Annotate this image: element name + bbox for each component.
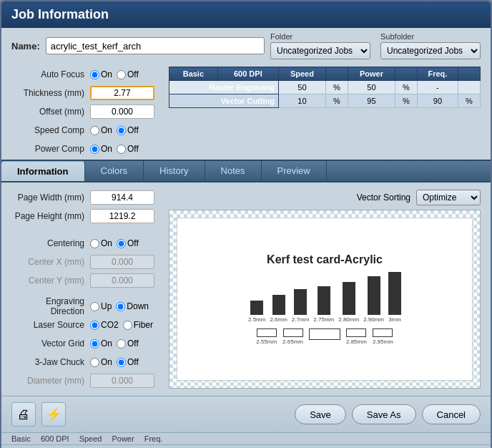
name-input[interactable] [46,37,265,54]
vector-grid-on-radio[interactable] [90,339,99,349]
vector-sort-select[interactable]: Optimize [416,190,481,205]
subfolder-label: Subfolder [380,32,481,41]
bar-item-2: 2.7mm [292,289,309,323]
preview-title: Kerf test card-Acrylic [267,253,383,266]
preview-rects: 2.55mm 2.65mm 2.85mm [256,328,393,345]
laser-fiber-radio[interactable] [123,321,132,330]
raster-row: Raster Engraving 50 % 50 % - [169,81,481,94]
cancel-button[interactable]: Cancel [422,404,481,424]
engraving-up-label[interactable]: Up [90,301,112,311]
centering-on-radio[interactable] [90,239,99,248]
centering-on-label[interactable]: On [90,238,112,248]
centering-off-radio[interactable] [117,239,126,248]
power-comp-off-label[interactable]: Off [117,144,139,154]
speed-comp-on-radio[interactable] [90,126,99,135]
centering-radio-group: On Off [90,238,139,248]
speed-comp-radio-group: On Off [90,125,139,135]
page-height-input[interactable] [90,209,154,223]
vector-speed-pct: % [325,94,348,108]
th-power-pct [395,67,417,81]
vector-grid-row: Vector Grid On Off [11,336,162,351]
laser-co2-label[interactable]: CO2 [90,320,119,330]
raster-freq-pct [458,81,480,94]
th-speed-pct [325,67,348,81]
vector-grid-label: Vector Grid [11,339,90,349]
power-comp-off-radio[interactable] [117,145,126,154]
jaw-chuck-off-label[interactable]: Off [117,357,139,367]
power-comp-on-label[interactable]: On [90,144,112,154]
vector-grid-off-label[interactable]: Off [117,339,139,349]
bar-item-5: 2.90mm [363,276,384,323]
bar-rect-1 [272,295,285,315]
tab-notes[interactable]: Notes [205,161,262,181]
folder-group: Folder Uncategorized Jobs [270,32,370,59]
jaw-chuck-on-radio[interactable] [90,358,99,367]
th-speed: Speed [278,67,325,81]
laser-co2-radio[interactable] [90,321,99,330]
vector-grid-off-radio[interactable] [117,339,126,349]
jaw-chuck-off-radio[interactable] [117,358,126,367]
tab-history[interactable]: History [144,161,205,181]
laser-icon: ⚡ [46,406,62,422]
tab-colors[interactable]: Colors [85,161,144,181]
print-icon-button[interactable]: 🖨 [11,402,36,427]
laser-icon-button[interactable]: ⚡ [41,402,66,427]
engraving-down-radio[interactable] [116,302,125,311]
tab-preview[interactable]: Preview [262,161,327,181]
engraving-up-radio[interactable] [90,302,99,311]
auto-focus-on-radio[interactable] [90,70,99,79]
save-as-button[interactable]: Save As [352,404,416,424]
tab-information[interactable]: Information [1,161,85,181]
bar-item-3: 2.75mm [313,286,334,323]
page-width-label: Page Width (mm) [11,193,90,203]
speed-comp-on-label[interactable]: On [90,125,112,135]
subfolder-select[interactable]: Uncategorized Jobs [380,42,481,59]
vector-grid-radio-group: On Off [90,339,139,349]
speed-comp-label: Speed Comp [11,125,90,135]
auto-focus-off-label[interactable]: Off [117,69,139,79]
engraving-direction-radio-group: Up Down [90,301,149,311]
save-button[interactable]: Save [295,404,346,424]
bottom-table-hint: Basic 600 DPI Speed Power Freq. [1,432,491,444]
bar-item-4: 2.80mm [338,282,359,323]
jaw-chuck-label: 3-Jaw Chuck [11,357,90,367]
rect-item-2 [309,328,340,345]
engraving-down-label[interactable]: Down [116,301,149,311]
rect-label-0: 2.55mm [256,339,277,345]
auto-focus-on-label[interactable]: On [90,69,112,79]
jaw-chuck-row: 3-Jaw Chuck On Off [11,354,162,370]
raster-power: 50 [348,81,395,94]
page-width-input[interactable] [90,190,154,205]
th-power: Power [348,67,395,81]
bar-label-6: 3mm [388,316,401,323]
thickness-input[interactable] [90,86,154,100]
laser-fiber-label[interactable]: Fiber [123,320,153,330]
raster-speed-pct: % [325,81,348,94]
page-height-label: Page Height (mm) [11,211,90,221]
name-label: Name: [11,41,40,52]
bar-label-3: 2.75mm [313,316,334,323]
bar-rect-5 [368,276,380,315]
center-x-input [90,255,154,269]
hint-freq: Freq. [144,434,163,443]
bar-rect-4 [343,282,355,315]
rect-label-4: 2.95mm [373,339,393,345]
auto-focus-off-radio[interactable] [117,70,126,79]
page-width-row: Page Width (mm) [11,190,162,205]
job-information-window: Job Information Name: Folder Uncategoriz… [0,0,492,448]
folder-select[interactable]: Uncategorized Jobs [270,42,370,59]
jaw-chuck-radio-group: On Off [90,357,139,367]
jaw-chuck-on-label[interactable]: On [90,357,112,367]
laser-table: Basic 600 DPI Speed Power Freq. Raster E… [169,67,481,108]
rect-box-1 [283,328,303,337]
right-preview: Vector Sorting Optimize Kerf test card-A… [169,190,481,389]
speed-comp-off-label[interactable]: Off [117,125,139,135]
hint-speed: Speed [79,434,102,443]
centering-off-label[interactable]: Off [117,238,139,248]
vector-grid-on-label[interactable]: On [90,339,112,349]
bar-item-6: 3mm [388,272,401,323]
rect-box-2 [309,328,340,340]
offset-input[interactable] [90,104,154,119]
speed-comp-off-radio[interactable] [117,126,126,135]
power-comp-on-radio[interactable] [90,145,99,154]
